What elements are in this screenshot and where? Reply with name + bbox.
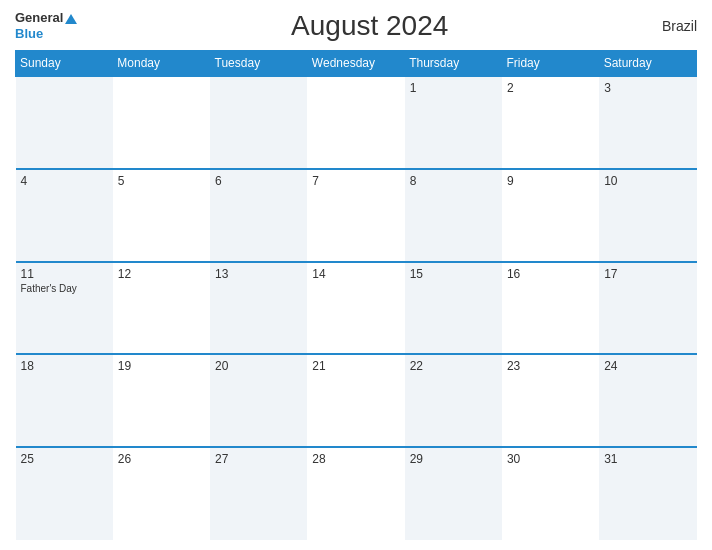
- calendar-day-cell: 5: [113, 169, 210, 262]
- calendar-day-cell: 26: [113, 447, 210, 540]
- logo: General Blue: [15, 10, 77, 41]
- day-of-week-header: Sunday: [16, 51, 113, 77]
- day-number: 5: [118, 174, 205, 188]
- calendar-day-cell: 9: [502, 169, 599, 262]
- day-number: 23: [507, 359, 594, 373]
- calendar-day-cell: 7: [307, 169, 404, 262]
- day-of-week-header: Saturday: [599, 51, 696, 77]
- country-label: Brazil: [662, 18, 697, 34]
- calendar-week-row: 11Father's Day121314151617: [16, 262, 697, 355]
- day-number: 12: [118, 267, 205, 281]
- calendar-day-cell: [210, 76, 307, 169]
- calendar-day-cell: 12: [113, 262, 210, 355]
- day-number: 4: [21, 174, 108, 188]
- calendar-day-cell: 14: [307, 262, 404, 355]
- day-number: 31: [604, 452, 691, 466]
- day-number: 25: [21, 452, 108, 466]
- calendar-week-row: 18192021222324: [16, 354, 697, 447]
- calendar-day-cell: 24: [599, 354, 696, 447]
- calendar-week-row: 123: [16, 76, 697, 169]
- day-event: Father's Day: [21, 283, 108, 294]
- calendar-body: 1234567891011Father's Day121314151617181…: [16, 76, 697, 540]
- day-number: 29: [410, 452, 497, 466]
- day-of-week-header: Thursday: [405, 51, 502, 77]
- day-number: 18: [21, 359, 108, 373]
- calendar-day-cell: 31: [599, 447, 696, 540]
- calendar-week-row: 25262728293031: [16, 447, 697, 540]
- calendar-day-cell: 19: [113, 354, 210, 447]
- calendar-day-cell: 23: [502, 354, 599, 447]
- calendar-day-cell: 20: [210, 354, 307, 447]
- day-number: 24: [604, 359, 691, 373]
- calendar-day-cell: 16: [502, 262, 599, 355]
- calendar-day-cell: 11Father's Day: [16, 262, 113, 355]
- day-number: 3: [604, 81, 691, 95]
- day-number: 28: [312, 452, 399, 466]
- calendar-day-cell: 25: [16, 447, 113, 540]
- calendar-day-cell: 29: [405, 447, 502, 540]
- day-number: 10: [604, 174, 691, 188]
- calendar-day-cell: 28: [307, 447, 404, 540]
- day-number: 9: [507, 174, 594, 188]
- day-number: 17: [604, 267, 691, 281]
- calendar-header-row: SundayMondayTuesdayWednesdayThursdayFrid…: [16, 51, 697, 77]
- day-number: 2: [507, 81, 594, 95]
- calendar-week-row: 45678910: [16, 169, 697, 262]
- calendar-day-cell: 4: [16, 169, 113, 262]
- calendar-day-cell: 1: [405, 76, 502, 169]
- calendar-day-cell: 27: [210, 447, 307, 540]
- day-number: 22: [410, 359, 497, 373]
- calendar-day-cell: 15: [405, 262, 502, 355]
- calendar-day-cell: [113, 76, 210, 169]
- logo-triangle-icon: [65, 14, 77, 24]
- calendar-day-cell: 10: [599, 169, 696, 262]
- day-number: 19: [118, 359, 205, 373]
- day-number: 30: [507, 452, 594, 466]
- day-number: 20: [215, 359, 302, 373]
- calendar-day-cell: 13: [210, 262, 307, 355]
- calendar-day-cell: [307, 76, 404, 169]
- day-of-week-header: Monday: [113, 51, 210, 77]
- calendar-header: General Blue August 2024 Brazil: [15, 10, 697, 42]
- day-number: 6: [215, 174, 302, 188]
- calendar-day-cell: [16, 76, 113, 169]
- calendar-day-cell: 8: [405, 169, 502, 262]
- day-number: 14: [312, 267, 399, 281]
- day-number: 1: [410, 81, 497, 95]
- calendar-day-cell: 3: [599, 76, 696, 169]
- day-header-row: SundayMondayTuesdayWednesdayThursdayFrid…: [16, 51, 697, 77]
- day-number: 21: [312, 359, 399, 373]
- day-number: 26: [118, 452, 205, 466]
- calendar-day-cell: 6: [210, 169, 307, 262]
- day-of-week-header: Wednesday: [307, 51, 404, 77]
- day-number: 27: [215, 452, 302, 466]
- logo-general: General: [15, 10, 77, 26]
- logo-blue: Blue: [15, 26, 77, 42]
- calendar-day-cell: 18: [16, 354, 113, 447]
- calendar-day-cell: 2: [502, 76, 599, 169]
- calendar-day-cell: 22: [405, 354, 502, 447]
- day-number: 16: [507, 267, 594, 281]
- day-number: 8: [410, 174, 497, 188]
- day-number: 13: [215, 267, 302, 281]
- month-title: August 2024: [291, 10, 448, 42]
- calendar-day-cell: 17: [599, 262, 696, 355]
- calendar-wrapper: General Blue August 2024 Brazil SundayMo…: [0, 0, 712, 550]
- calendar-table: SundayMondayTuesdayWednesdayThursdayFrid…: [15, 50, 697, 540]
- calendar-day-cell: 30: [502, 447, 599, 540]
- day-of-week-header: Friday: [502, 51, 599, 77]
- day-number: 11: [21, 267, 108, 281]
- calendar-day-cell: 21: [307, 354, 404, 447]
- day-of-week-header: Tuesday: [210, 51, 307, 77]
- day-number: 7: [312, 174, 399, 188]
- day-number: 15: [410, 267, 497, 281]
